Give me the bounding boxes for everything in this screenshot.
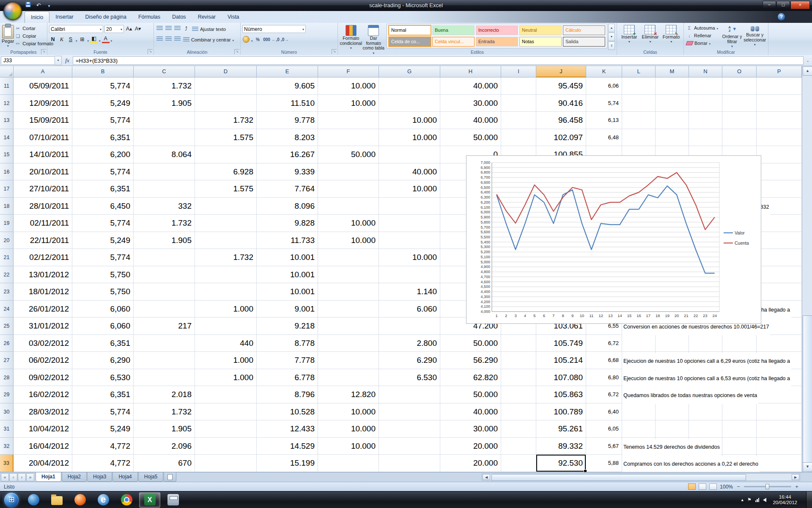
cell-O11[interactable] xyxy=(722,77,757,95)
cell-N13[interactable] xyxy=(689,112,722,129)
cell-P12[interactable] xyxy=(757,95,802,112)
cell-F31[interactable]: 10.000 xyxy=(318,420,379,438)
cell-F20[interactable]: 10.000 xyxy=(318,232,379,249)
cell-E33[interactable]: 15.199 xyxy=(257,455,318,472)
cell-H27[interactable]: 56.290 xyxy=(440,352,501,369)
cell-L29[interactable]: Quedamos librados de todas nuestras opci… xyxy=(622,386,656,403)
cell-K13[interactable]: 6,13 xyxy=(586,112,622,129)
formula-input[interactable]: =H33+(E33*B33) xyxy=(73,56,804,65)
cell-A30[interactable]: 28/03/2012 xyxy=(14,403,72,421)
alineacion-dialog-launcher[interactable] xyxy=(234,49,239,54)
cell-E32[interactable]: 14.529 xyxy=(257,438,318,455)
cell-G31[interactable] xyxy=(379,420,440,438)
cell-E16[interactable]: 9.339 xyxy=(257,163,318,181)
cell-A27[interactable]: 06/02/2012 xyxy=(14,352,72,369)
cell-A20[interactable]: 22/11/2011 xyxy=(14,232,72,249)
ribbon-tab-datos[interactable]: Datos xyxy=(166,11,192,23)
cell-C18[interactable]: 332 xyxy=(134,198,195,215)
cell-F22[interactable] xyxy=(318,266,379,284)
cell-J29[interactable]: 105.863 xyxy=(536,386,586,403)
cell-G12[interactable] xyxy=(379,95,440,112)
wrap-text-button[interactable]: Ajustar texto xyxy=(191,25,227,33)
cell-K26[interactable]: 6,72 xyxy=(586,335,622,352)
bold-button[interactable]: N xyxy=(49,36,57,44)
cell-N14[interactable] xyxy=(689,129,722,146)
cell-G20[interactable] xyxy=(379,232,440,249)
taskbar-button-chrome-icon[interactable] xyxy=(116,492,137,508)
minimize-button[interactable]: − xyxy=(763,1,776,9)
taskbar-clock[interactable]: 16:44 20/04/2012 xyxy=(773,494,797,505)
cell-B22[interactable]: 5,750 xyxy=(72,266,134,284)
borders-dropdown[interactable] xyxy=(88,36,89,44)
format-cells-button[interactable]: Formato xyxy=(661,24,681,44)
office-button[interactable] xyxy=(3,2,22,20)
cell-G11[interactable] xyxy=(379,77,440,95)
embedded-chart[interactable]: 4,0004,1004,2004,3004,4004,5004,6004,700… xyxy=(466,155,761,324)
cell-O32[interactable] xyxy=(722,438,757,455)
column-header-D[interactable]: D xyxy=(195,66,257,77)
cell-D24[interactable]: 1.000 xyxy=(195,301,257,318)
cell-B14[interactable]: 6,351 xyxy=(72,129,134,146)
undo-button[interactable]: ↶ xyxy=(34,1,43,10)
percent-style-button[interactable]: % xyxy=(254,36,262,44)
cell-I28[interactable] xyxy=(501,369,536,387)
cell-A16[interactable]: 20/10/2011 xyxy=(14,163,72,181)
cell-P33[interactable] xyxy=(757,455,802,472)
borders-button[interactable]: ⊞ xyxy=(79,36,86,44)
insert-cells-button[interactable]: Insertar xyxy=(619,24,639,44)
zoom-level[interactable]: 100% xyxy=(720,484,733,490)
cell-H11[interactable]: 40.000 xyxy=(440,77,501,95)
cell-B29[interactable]: 6,351 xyxy=(72,386,134,403)
cell-F12[interactable]: 10.000 xyxy=(318,95,379,112)
cell-M11[interactable] xyxy=(656,77,689,95)
row-header-14[interactable]: 14 xyxy=(0,129,14,146)
cell-style-buena[interactable]: Buena xyxy=(432,25,475,35)
scroll-left-arrow[interactable]: ◀ xyxy=(483,474,490,480)
start-button[interactable] xyxy=(4,493,19,507)
cell-G29[interactable] xyxy=(379,386,440,403)
cell-K11[interactable]: 6,06 xyxy=(586,77,622,95)
taskbar-button-explorer-icon[interactable] xyxy=(46,492,67,508)
column-header-J[interactable]: J xyxy=(536,66,586,77)
align-left-button[interactable] xyxy=(156,36,163,44)
row-header-11[interactable]: 11 xyxy=(0,77,14,95)
cell-E23[interactable]: 10.001 xyxy=(257,283,318,301)
fill-color-button[interactable]: ◧ xyxy=(90,36,98,43)
cell-H31[interactable]: 30.000 xyxy=(440,420,501,438)
cell-L28[interactable]: Ejecucion de nuestras 10 opciones call a… xyxy=(622,369,656,387)
column-header-O[interactable]: O xyxy=(722,66,757,77)
cell-D30[interactable] xyxy=(195,403,257,421)
font-color-button[interactable]: A xyxy=(102,36,110,43)
cell-J28[interactable]: 107.080 xyxy=(536,369,586,387)
cell-D19[interactable] xyxy=(195,215,257,232)
cell-A25[interactable]: 31/01/2012 xyxy=(14,318,72,335)
cell-B32[interactable]: 4,772 xyxy=(72,438,134,455)
cell-J11[interactable]: 95.459 xyxy=(536,77,586,95)
fuente-dialog-launcher[interactable] xyxy=(148,49,153,54)
cell-P15[interactable] xyxy=(757,146,802,163)
cell-C15[interactable]: 8.064 xyxy=(134,146,195,163)
row-header-27[interactable]: 27 xyxy=(0,352,14,369)
hidden-icons-chevron[interactable]: ▴ xyxy=(741,497,744,502)
cell-C24[interactable] xyxy=(134,301,195,318)
decrease-decimal-button[interactable]: ,0→ xyxy=(281,36,288,44)
cell-J30[interactable]: 100.789 xyxy=(536,403,586,421)
cell-L13[interactable] xyxy=(622,112,656,129)
cell-L31[interactable] xyxy=(622,420,656,438)
cell-E22[interactable]: 10.001 xyxy=(257,266,318,284)
row-header-21[interactable]: 21 xyxy=(0,249,14,266)
column-header-B[interactable]: B xyxy=(72,66,134,77)
paste-button[interactable]: Pegar xyxy=(2,24,14,49)
cell-I31[interactable] xyxy=(501,420,536,438)
cell-H12[interactable]: 30.000 xyxy=(440,95,501,112)
cell-C28[interactable] xyxy=(134,369,195,387)
cell-B15[interactable]: 6,200 xyxy=(72,146,134,163)
cell-K12[interactable]: 5,74 xyxy=(586,95,622,112)
cell-N31[interactable] xyxy=(689,420,722,438)
sheet-tab-hoja2[interactable]: Hoja2 xyxy=(62,472,87,482)
cell-H28[interactable]: 62.820 xyxy=(440,369,501,387)
scroll-right-arrow[interactable]: ▶ xyxy=(792,474,799,480)
cell-M12[interactable] xyxy=(656,95,689,112)
cell-P26[interactable] xyxy=(757,335,802,352)
cell-C13[interactable] xyxy=(134,112,195,129)
